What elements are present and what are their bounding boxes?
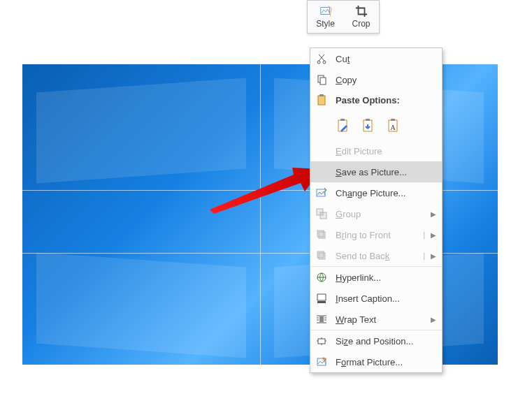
clipboard-a-icon: A xyxy=(386,118,401,133)
menu-insert-caption[interactable]: Insert Caption... xyxy=(310,288,442,309)
svg-rect-17 xyxy=(320,212,326,219)
submenu-indicator-icon: ▶ xyxy=(431,210,436,218)
svg-text:A: A xyxy=(390,124,396,131)
submenu-indicator-icon: ▶ xyxy=(431,252,436,260)
submenu-indicator-icon: ▶ xyxy=(431,231,436,239)
svg-rect-32 xyxy=(318,339,325,344)
menu-size-and-position[interactable]: Size and Position... xyxy=(310,330,442,351)
menu-edit-picture-label: Edit Picture xyxy=(336,146,435,156)
menu-copy[interactable]: Copy xyxy=(310,69,442,90)
divider-bar: | xyxy=(423,231,425,239)
format-picture-icon xyxy=(316,356,327,367)
menu-group-label: Group xyxy=(336,209,435,219)
menu-paste-options: Paste Options: A xyxy=(310,90,442,140)
size-position-icon xyxy=(316,335,327,346)
crop-button[interactable]: Crop xyxy=(343,1,379,33)
paste-keep-source[interactable] xyxy=(334,117,352,135)
menu-insert-caption-label: Insert Caption... xyxy=(336,293,435,304)
clipboard-brush-icon xyxy=(336,118,351,133)
menu-wrap-text-label: Wrap Text xyxy=(336,314,435,325)
cut-icon xyxy=(316,53,327,64)
svg-rect-7 xyxy=(319,94,324,96)
menu-cut[interactable]: Cut xyxy=(310,48,442,69)
picture-line xyxy=(260,64,261,365)
picture-style-icon xyxy=(319,5,332,17)
submenu-indicator-icon: ▶ xyxy=(431,316,436,323)
svg-rect-24 xyxy=(317,301,326,303)
wrap-text-icon xyxy=(316,314,327,325)
picture-context-menu: Cut Copy Paste Options: A Edit Picture S… xyxy=(310,48,443,373)
menu-bring-to-front: Bring to Front | ▶ xyxy=(310,224,442,245)
picture-facet xyxy=(36,78,246,184)
divider-bar: | xyxy=(423,252,425,260)
crop-icon xyxy=(355,5,368,17)
menu-hyperlink-label: Hyperlink... xyxy=(336,272,435,283)
svg-rect-11 xyxy=(366,119,370,121)
svg-point-3 xyxy=(323,61,326,64)
svg-rect-5 xyxy=(320,78,326,85)
paste-icon xyxy=(316,94,327,105)
crop-label: Crop xyxy=(352,19,370,29)
svg-rect-25 xyxy=(319,316,324,322)
style-label: Style xyxy=(316,19,335,29)
menu-size-and-position-label: Size and Position... xyxy=(336,336,435,346)
style-button[interactable]: Style xyxy=(308,1,343,33)
menu-change-picture[interactable]: Change Picture... xyxy=(310,182,442,203)
menu-change-picture-label: Change Picture... xyxy=(336,188,435,198)
change-picture-icon xyxy=(316,187,327,198)
svg-rect-21 xyxy=(319,253,325,259)
menu-bring-to-front-label: Bring to Front xyxy=(336,230,435,240)
menu-format-picture[interactable]: Format Picture... xyxy=(310,351,442,372)
mini-toolbar: Style Crop xyxy=(307,0,380,34)
paste-merge[interactable] xyxy=(359,117,378,135)
svg-rect-6 xyxy=(318,96,325,105)
svg-rect-15 xyxy=(317,189,325,196)
svg-rect-19 xyxy=(317,231,324,237)
menu-wrap-text[interactable]: Wrap Text ▶ xyxy=(310,309,442,330)
bring-front-icon xyxy=(316,229,327,240)
menu-copy-label: Copy xyxy=(336,75,435,85)
group-icon xyxy=(316,208,327,219)
menu-format-picture-label: Format Picture... xyxy=(336,357,435,367)
menu-cut-label: Cut xyxy=(336,54,435,64)
menu-save-as-picture[interactable]: Save as Picture... xyxy=(310,161,442,182)
menu-group: Group ▶ xyxy=(310,203,442,224)
svg-rect-9 xyxy=(340,119,345,121)
menu-edit-picture: Edit Picture xyxy=(310,140,442,161)
caption-icon xyxy=(316,293,327,304)
copy-icon xyxy=(316,74,327,85)
clipboard-arrow-icon xyxy=(361,118,376,133)
picture-facet xyxy=(36,253,246,358)
paste-text-only[interactable]: A xyxy=(384,117,403,135)
menu-paste-options-label: Paste Options: xyxy=(336,95,400,105)
svg-point-2 xyxy=(317,61,320,64)
menu-hyperlink[interactable]: Hyperlink... xyxy=(310,267,442,288)
menu-send-to-back: Send to Back | ▶ xyxy=(310,245,442,266)
svg-rect-13 xyxy=(391,119,395,121)
hyperlink-icon xyxy=(316,272,327,283)
send-back-icon xyxy=(316,250,327,261)
svg-rect-23 xyxy=(317,294,326,300)
menu-send-to-back-label: Send to Back xyxy=(336,251,435,261)
menu-save-as-picture-label: Save as Picture... xyxy=(336,167,435,177)
